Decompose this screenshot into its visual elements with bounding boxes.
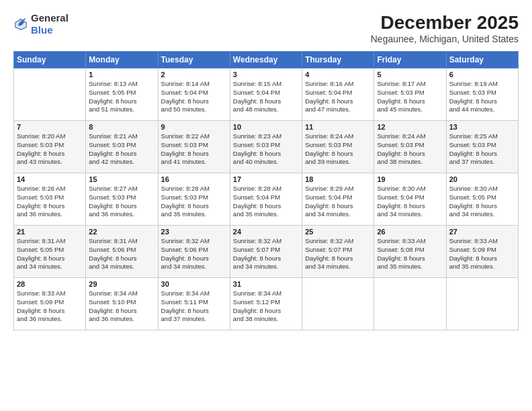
cell-info: Sunrise: 8:27 AMSunset: 5:03 PMDaylight:… — [89, 185, 154, 219]
cell-info: Sunrise: 8:19 AMSunset: 5:03 PMDaylight:… — [449, 80, 515, 114]
day-number: 19 — [377, 175, 443, 183]
cell-info: Sunrise: 8:26 AMSunset: 5:03 PMDaylight:… — [17, 185, 83, 219]
cell-info: Sunrise: 8:24 AMSunset: 5:03 PMDaylight:… — [305, 132, 371, 167]
calendar-cell: 24Sunrise: 8:32 AMSunset: 5:07 PMDayligh… — [230, 226, 302, 278]
calendar-cell: 29Sunrise: 8:34 AMSunset: 5:10 PMDayligh… — [86, 278, 158, 330]
cell-info: Sunrise: 8:17 AMSunset: 5:03 PMDaylight:… — [377, 80, 443, 114]
logo-text-block: General Blue — [31, 12, 69, 36]
calendar-cell: 17Sunrise: 8:28 AMSunset: 5:04 PMDayligh… — [230, 173, 302, 226]
day-number: 16 — [161, 175, 227, 183]
cell-info: Sunrise: 8:13 AMSunset: 5:05 PMDaylight:… — [89, 80, 154, 114]
day-number: 9 — [161, 123, 227, 131]
day-number: 24 — [233, 228, 299, 236]
cell-info: Sunrise: 8:31 AMSunset: 5:06 PMDaylight:… — [89, 237, 154, 271]
cell-info: Sunrise: 8:25 AMSunset: 5:03 PMDaylight:… — [449, 132, 515, 167]
day-number: 13 — [449, 123, 515, 131]
calendar-cell: 7Sunrise: 8:20 AMSunset: 5:03 PMDaylight… — [14, 121, 86, 173]
week-row-2: 7Sunrise: 8:20 AMSunset: 5:03 PMDaylight… — [14, 121, 519, 173]
day-number: 5 — [377, 71, 443, 79]
calendar-cell — [374, 278, 446, 330]
calendar-cell: 6Sunrise: 8:19 AMSunset: 5:03 PMDaylight… — [446, 68, 518, 121]
week-row-1: 1Sunrise: 8:13 AMSunset: 5:05 PMDaylight… — [14, 68, 519, 121]
calendar-cell: 5Sunrise: 8:17 AMSunset: 5:03 PMDaylight… — [374, 68, 446, 121]
cell-info: Sunrise: 8:24 AMSunset: 5:03 PMDaylight:… — [377, 132, 443, 167]
day-number: 15 — [89, 175, 154, 183]
calendar-cell: 26Sunrise: 8:33 AMSunset: 5:08 PMDayligh… — [374, 226, 446, 278]
cell-info: Sunrise: 8:30 AMSunset: 5:05 PMDaylight:… — [449, 185, 515, 219]
header-day-sunday: Sunday — [14, 52, 86, 68]
day-number: 6 — [449, 71, 515, 79]
cell-info: Sunrise: 8:21 AMSunset: 5:03 PMDaylight:… — [89, 132, 154, 167]
cell-info: Sunrise: 8:29 AMSunset: 5:04 PMDaylight:… — [305, 185, 371, 219]
day-number: 17 — [233, 175, 299, 183]
calendar-cell: 3Sunrise: 8:15 AMSunset: 5:04 PMDaylight… — [230, 68, 302, 121]
calendar-cell: 2Sunrise: 8:14 AMSunset: 5:04 PMDaylight… — [158, 68, 230, 121]
calendar-cell: 21Sunrise: 8:31 AMSunset: 5:05 PMDayligh… — [14, 226, 86, 278]
cell-info: Sunrise: 8:31 AMSunset: 5:05 PMDaylight:… — [17, 237, 83, 271]
day-number: 31 — [233, 280, 299, 288]
cell-info: Sunrise: 8:22 AMSunset: 5:03 PMDaylight:… — [161, 132, 227, 167]
calendar-subtitle: Negaunee, Michigan, United States — [371, 34, 519, 44]
day-number: 27 — [449, 228, 515, 236]
week-row-5: 28Sunrise: 8:33 AMSunset: 5:09 PMDayligh… — [14, 278, 519, 330]
day-number: 1 — [89, 71, 154, 79]
day-number: 30 — [161, 280, 227, 288]
day-number: 2 — [161, 71, 227, 79]
header-day-monday: Monday — [86, 52, 158, 68]
calendar-cell: 9Sunrise: 8:22 AMSunset: 5:03 PMDaylight… — [158, 121, 230, 173]
calendar-page: General Blue December 2025 Negaunee, Mic… — [0, 0, 532, 411]
header-day-wednesday: Wednesday — [230, 52, 302, 68]
calendar-cell: 16Sunrise: 8:28 AMSunset: 5:03 PMDayligh… — [158, 173, 230, 226]
header-day-thursday: Thursday — [302, 52, 374, 68]
calendar-cell: 19Sunrise: 8:30 AMSunset: 5:04 PMDayligh… — [374, 173, 446, 226]
logo-blue: Blue — [31, 24, 69, 36]
cell-info: Sunrise: 8:23 AMSunset: 5:03 PMDaylight:… — [233, 132, 299, 167]
cell-info: Sunrise: 8:34 AMSunset: 5:11 PMDaylight:… — [161, 289, 227, 324]
day-number: 7 — [17, 123, 83, 131]
page-header: General Blue December 2025 Negaunee, Mic… — [13, 12, 519, 44]
cell-info: Sunrise: 8:15 AMSunset: 5:04 PMDaylight:… — [233, 80, 299, 114]
day-number: 12 — [377, 123, 443, 131]
day-number: 25 — [305, 228, 371, 236]
calendar-cell: 25Sunrise: 8:32 AMSunset: 5:07 PMDayligh… — [302, 226, 374, 278]
cell-info: Sunrise: 8:34 AMSunset: 5:10 PMDaylight:… — [89, 289, 154, 324]
day-number: 29 — [89, 280, 154, 288]
day-number: 11 — [305, 123, 371, 131]
day-number: 18 — [305, 175, 371, 183]
day-number: 3 — [233, 71, 299, 79]
cell-info: Sunrise: 8:34 AMSunset: 5:12 PMDaylight:… — [233, 289, 299, 324]
cell-info: Sunrise: 8:30 AMSunset: 5:04 PMDaylight:… — [377, 185, 443, 219]
calendar-cell: 13Sunrise: 8:25 AMSunset: 5:03 PMDayligh… — [446, 121, 518, 173]
calendar-title: December 2025 — [371, 12, 519, 34]
calendar-cell: 11Sunrise: 8:24 AMSunset: 5:03 PMDayligh… — [302, 121, 374, 173]
logo-general: General — [31, 12, 69, 24]
calendar-cell: 28Sunrise: 8:33 AMSunset: 5:09 PMDayligh… — [14, 278, 86, 330]
calendar-cell: 22Sunrise: 8:31 AMSunset: 5:06 PMDayligh… — [86, 226, 158, 278]
calendar-cell: 18Sunrise: 8:29 AMSunset: 5:04 PMDayligh… — [302, 173, 374, 226]
cell-info: Sunrise: 8:33 AMSunset: 5:09 PMDaylight:… — [17, 289, 83, 324]
calendar-cell: 4Sunrise: 8:16 AMSunset: 5:04 PMDaylight… — [302, 68, 374, 121]
calendar-cell: 27Sunrise: 8:33 AMSunset: 5:09 PMDayligh… — [446, 226, 518, 278]
cell-info: Sunrise: 8:28 AMSunset: 5:03 PMDaylight:… — [161, 185, 227, 219]
calendar-cell — [14, 68, 86, 121]
day-number: 28 — [17, 280, 83, 288]
calendar-cell: 30Sunrise: 8:34 AMSunset: 5:11 PMDayligh… — [158, 278, 230, 330]
day-number: 20 — [449, 175, 515, 183]
cell-info: Sunrise: 8:33 AMSunset: 5:09 PMDaylight:… — [449, 237, 515, 271]
day-number: 22 — [89, 228, 154, 236]
calendar-cell: 23Sunrise: 8:32 AMSunset: 5:06 PMDayligh… — [158, 226, 230, 278]
day-number: 4 — [305, 71, 371, 79]
cell-info: Sunrise: 8:20 AMSunset: 5:03 PMDaylight:… — [17, 132, 83, 167]
calendar-cell: 1Sunrise: 8:13 AMSunset: 5:05 PMDaylight… — [86, 68, 158, 121]
header-day-friday: Friday — [374, 52, 446, 68]
cell-info: Sunrise: 8:14 AMSunset: 5:04 PMDaylight:… — [161, 80, 227, 114]
cell-info: Sunrise: 8:32 AMSunset: 5:07 PMDaylight:… — [233, 237, 299, 271]
header-day-saturday: Saturday — [446, 52, 518, 68]
header-day-tuesday: Tuesday — [158, 52, 230, 68]
title-block: December 2025 Negaunee, Michigan, United… — [371, 12, 519, 44]
day-number: 23 — [161, 228, 227, 236]
cell-info: Sunrise: 8:16 AMSunset: 5:04 PMDaylight:… — [305, 80, 371, 114]
day-number: 21 — [17, 228, 83, 236]
calendar-body: 1Sunrise: 8:13 AMSunset: 5:05 PMDaylight… — [14, 68, 519, 330]
cell-info: Sunrise: 8:32 AMSunset: 5:06 PMDaylight:… — [161, 237, 227, 271]
